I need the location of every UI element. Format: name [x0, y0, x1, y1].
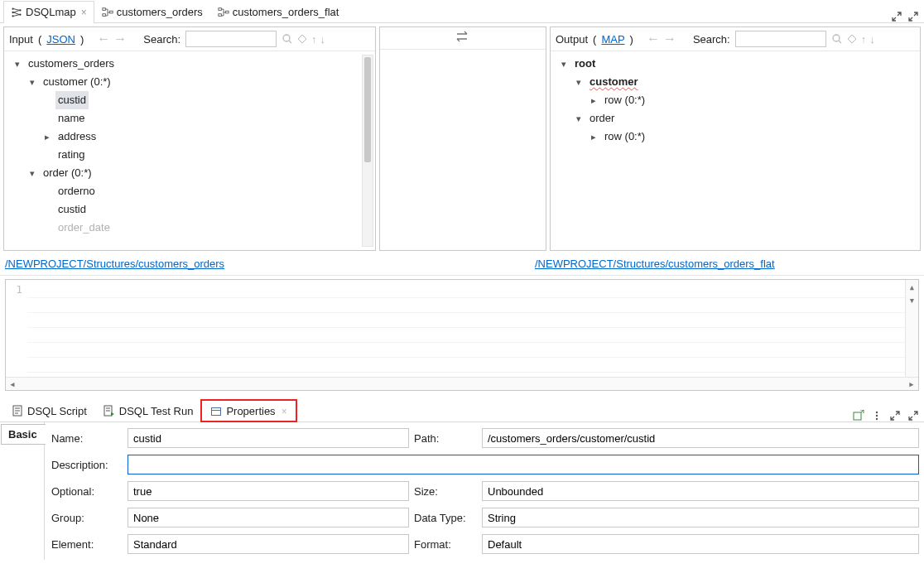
tree-node-address[interactable]: address: [55, 128, 99, 146]
code-lines[interactable]: [27, 280, 918, 390]
lower-tab-controls: [853, 410, 924, 421]
output-search-icons: ↑ ↓: [831, 33, 875, 46]
restore-icon[interactable]: [891, 11, 902, 22]
svg-point-3: [19, 9, 21, 11]
tree-node-root[interactable]: customers_orders: [26, 55, 117, 73]
output-nav: ← →: [647, 32, 676, 46]
tab-label: customers_orders_flat: [233, 6, 339, 18]
side-tab-basic[interactable]: Basic: [1, 424, 46, 445]
tree-node-order[interactable]: order: [587, 109, 617, 128]
size-label: Size:: [412, 485, 479, 498]
clear-icon[interactable]: [846, 33, 858, 46]
chevron-down-icon[interactable]: ▾: [12, 55, 22, 73]
tab-dsqlmap[interactable]: DSQLmap ×: [3, 1, 94, 22]
tree-node-order[interactable]: order (0:*): [41, 164, 94, 182]
group-field[interactable]: [128, 508, 409, 527]
path-field[interactable]: [482, 428, 919, 448]
script-editor[interactable]: 1 ▴ ▾ ◂ ▸: [5, 279, 919, 391]
back-icon[interactable]: ←: [97, 32, 110, 46]
maximize-icon[interactable]: [907, 11, 919, 22]
description-field[interactable]: [128, 455, 919, 474]
swap-icon[interactable]: [455, 31, 470, 46]
new-view-icon[interactable]: [853, 410, 864, 421]
svg-rect-8: [219, 7, 222, 10]
size-field[interactable]: [482, 481, 919, 501]
input-type-link[interactable]: JSON: [46, 33, 75, 46]
tab-bar-controls: [891, 11, 924, 22]
scrollbar-thumb[interactable]: [364, 57, 371, 162]
chevron-right-icon[interactable]: ▸: [589, 128, 599, 146]
run-icon: [103, 405, 115, 417]
scroll-left-icon[interactable]: ◂: [6, 378, 19, 390]
forward-icon[interactable]: →: [663, 32, 676, 46]
down-arrow-icon[interactable]: ↓: [869, 33, 875, 46]
name-field[interactable]: [128, 428, 409, 448]
close-icon[interactable]: ×: [81, 7, 87, 18]
output-structure-path-link[interactable]: /NEWPROJECT/Structures/customers_orders_…: [535, 258, 775, 270]
up-arrow-icon[interactable]: ↑: [861, 33, 867, 46]
tree-node-order-date[interactable]: order_date: [55, 219, 113, 237]
svg-point-0: [12, 7, 13, 9]
close-icon[interactable]: ×: [282, 406, 287, 417]
chevron-down-icon[interactable]: ▾: [27, 73, 37, 91]
output-search-field[interactable]: [735, 31, 826, 47]
properties-side-tabs: Basic: [0, 422, 45, 560]
tab-label: DSQLmap: [26, 6, 76, 18]
down-arrow-icon[interactable]: ↓: [320, 33, 326, 46]
scrollbar-vertical[interactable]: ▴ ▾: [905, 280, 918, 377]
tab-customers-orders[interactable]: customers_orders: [94, 1, 210, 22]
chevron-right-icon[interactable]: ▸: [42, 128, 52, 146]
tab-customers-orders-flat[interactable]: customers_orders_flat: [210, 1, 347, 22]
tree-node-order-row[interactable]: row (0:*): [602, 128, 647, 146]
input-structure-path-link[interactable]: /NEWPROJECT/Structures/customers_orders: [5, 258, 224, 270]
tab-dsql-test-run[interactable]: DSQL Test Run: [95, 400, 202, 421]
optional-field[interactable]: [128, 481, 409, 501]
chevron-down-icon[interactable]: ▾: [574, 73, 584, 91]
tab-dsql-script[interactable]: DSQL Script: [3, 400, 95, 421]
menu-icon[interactable]: [871, 410, 883, 421]
svg-point-12: [833, 35, 840, 41]
top-tab-bar: DSQLmap × customers_orders customers_ord…: [0, 0, 924, 23]
chevron-down-icon[interactable]: ▾: [574, 109, 584, 128]
chevron-down-icon[interactable]: ▾: [27, 164, 37, 182]
scroll-up-icon[interactable]: ▴: [906, 280, 918, 293]
tree-node-customer-row[interactable]: row (0:*): [602, 91, 647, 109]
scroll-right-icon[interactable]: ▸: [905, 378, 918, 390]
scroll-down-icon[interactable]: ▾: [906, 293, 918, 306]
maximize-icon[interactable]: [907, 410, 919, 421]
tree-node-customer[interactable]: customer (0:*): [41, 73, 113, 91]
output-type-link[interactable]: MAP: [601, 33, 624, 46]
format-field[interactable]: [482, 534, 919, 554]
chevron-down-icon[interactable]: ▾: [559, 55, 569, 73]
center-panel-header: [380, 27, 546, 50]
back-icon[interactable]: ←: [647, 32, 660, 46]
svg-rect-7: [109, 11, 113, 13]
search-icon[interactable]: [831, 33, 843, 46]
tree-node-rating[interactable]: rating: [55, 146, 88, 164]
tree-node-root[interactable]: root: [572, 55, 598, 73]
tree-node-order-custid[interactable]: custid: [55, 200, 89, 219]
center-panel-body: [380, 50, 546, 250]
forward-icon[interactable]: →: [113, 32, 127, 46]
tab-properties[interactable]: Properties ×: [201, 400, 296, 421]
scrollbar-horizontal[interactable]: ◂ ▸: [6, 377, 918, 390]
chevron-right-icon[interactable]: ▸: [589, 91, 599, 109]
tree-node-orderno[interactable]: orderno: [55, 182, 98, 200]
output-label: Output: [556, 33, 588, 46]
search-label: Search:: [693, 33, 730, 46]
element-field[interactable]: [128, 534, 409, 554]
input-panel-header: Input (JSON) ← → Search: ↑ ↓: [4, 27, 375, 51]
tree-node-name[interactable]: name: [55, 109, 88, 128]
tree-node-customer[interactable]: customer: [587, 73, 641, 91]
clear-icon[interactable]: [296, 33, 308, 46]
script-icon: [12, 405, 23, 417]
input-nav: ← →: [97, 32, 127, 46]
input-search-field[interactable]: [185, 31, 277, 47]
tree-node-custid[interactable]: custid: [55, 91, 89, 109]
up-arrow-icon[interactable]: ↑: [311, 33, 317, 46]
map-icon: [11, 7, 22, 18]
restore-icon[interactable]: [889, 410, 901, 421]
search-icon[interactable]: [282, 33, 293, 46]
gutter: 1: [6, 280, 27, 390]
datatype-field[interactable]: [482, 508, 919, 527]
